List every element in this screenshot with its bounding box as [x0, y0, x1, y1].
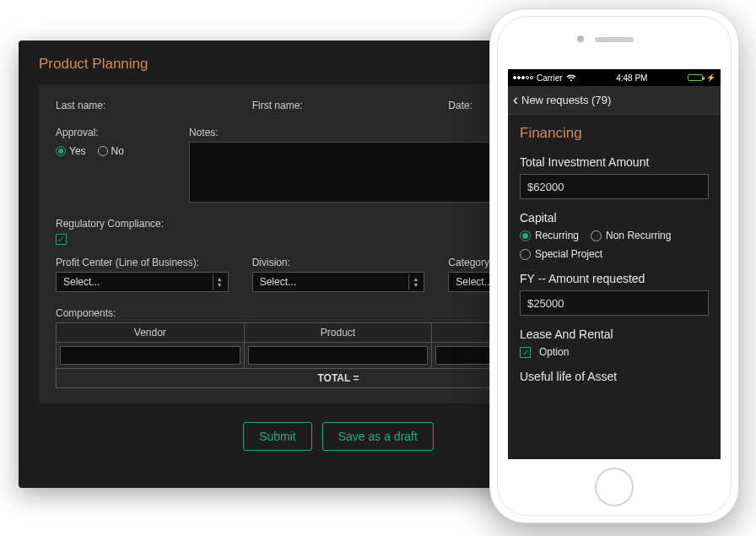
capital-radio-special[interactable]: Special Project — [520, 248, 709, 260]
profit-center-label: Profit Center (Line of Business): — [56, 257, 229, 268]
radio-icon — [520, 230, 531, 241]
radio-icon — [591, 230, 602, 241]
radio-icon — [520, 249, 531, 260]
useful-life-label: Useful life of Asset — [520, 370, 709, 383]
col-vendor: Vendor — [57, 323, 245, 342]
capital-radio-recurring[interactable]: Recurring — [520, 230, 579, 241]
last-name-label: Last name: — [56, 100, 229, 111]
lease-label: Lease And Rental — [520, 328, 709, 341]
checkbox-icon: ✓ — [520, 347, 531, 358]
phone-speaker-icon — [595, 37, 634, 42]
approval-no-label: No — [111, 145, 124, 157]
regulatory-label: Regulatory Compliance: — [56, 218, 164, 230]
col-product: Product — [245, 323, 433, 342]
radio-label: Recurring — [535, 230, 579, 241]
radio-label: Non Recurring — [606, 230, 671, 241]
phone-mock: Carrier 4:48 PM ⚡ ‹ New requests (79) Fi… — [489, 8, 739, 523]
submit-button[interactable]: Submit — [243, 422, 312, 451]
total-investment-input[interactable] — [520, 174, 709, 199]
lease-option-checkbox[interactable]: ✓ Option — [520, 346, 709, 358]
charging-icon: ⚡ — [706, 73, 716, 82]
save-draft-button[interactable]: Save as a draft — [322, 422, 434, 451]
nav-back-label: New requests (79) — [521, 94, 611, 106]
lease-option-label: Option — [539, 346, 569, 358]
division-label: Division: — [252, 257, 425, 268]
vendor-input[interactable] — [60, 346, 240, 365]
select-value: Select... — [456, 276, 492, 288]
radio-icon — [98, 146, 108, 156]
division-select[interactable]: Select... ▲▼ — [252, 272, 425, 292]
chevron-left-icon: ‹ — [513, 91, 518, 109]
approval-yes-label: Yes — [69, 145, 86, 157]
capital-radio-non-recurring[interactable]: Non Recurring — [591, 230, 671, 241]
profit-center-select[interactable]: Select... ▲▼ — [56, 272, 229, 292]
wifi-icon — [566, 74, 576, 82]
regulatory-checkbox[interactable]: ✓ — [56, 234, 67, 245]
select-arrows-icon: ▲▼ — [213, 274, 226, 290]
product-input[interactable] — [248, 346, 429, 365]
approval-radio-yes[interactable]: Yes — [56, 145, 86, 157]
radio-label: Special Project — [535, 248, 602, 260]
clock-label: 4:48 PM — [616, 73, 647, 83]
fy-label: FY -- Amount requested — [520, 272, 709, 285]
total-investment-label: Total Investment Amount — [520, 155, 709, 169]
status-bar: Carrier 4:48 PM ⚡ — [508, 69, 721, 86]
carrier-label: Carrier — [537, 73, 563, 83]
approval-radio-no[interactable]: No — [98, 145, 124, 157]
first-name-label: First name: — [252, 100, 425, 111]
phone-screen: Carrier 4:48 PM ⚡ ‹ New requests (79) Fi… — [508, 69, 721, 459]
nav-back-row[interactable]: ‹ New requests (79) — [508, 86, 721, 115]
radio-icon — [56, 146, 66, 156]
home-button[interactable] — [595, 468, 634, 506]
capital-label: Capital — [520, 211, 709, 225]
approval-label: Approval: — [56, 127, 165, 138]
battery-icon — [688, 74, 703, 81]
signal-icon — [513, 76, 533, 79]
select-value: Select... — [63, 276, 100, 288]
phone-camera-icon — [577, 35, 584, 42]
select-value: Select... — [260, 276, 296, 288]
page-title: Financing — [520, 125, 709, 142]
components-label: Components: — [56, 307, 116, 319]
select-arrows-icon: ▲▼ — [408, 274, 422, 290]
fy-input[interactable] — [520, 290, 709, 316]
